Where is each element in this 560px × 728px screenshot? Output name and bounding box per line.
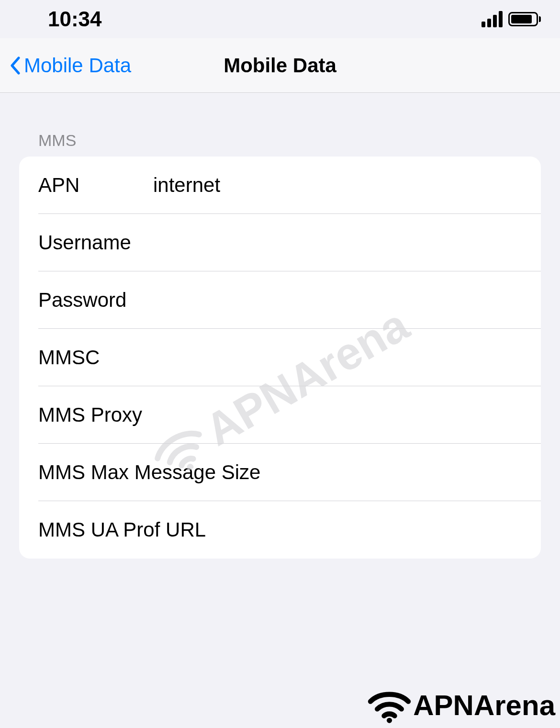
label-apn: APN bbox=[38, 174, 153, 197]
svg-point-1 bbox=[387, 718, 392, 723]
label-mms-max-size: MMS Max Message Size bbox=[38, 461, 260, 484]
back-label: Mobile Data bbox=[24, 54, 131, 77]
chevron-left-icon bbox=[10, 56, 20, 75]
footer-logo-text: APNArena bbox=[413, 689, 555, 722]
status-time: 10:34 bbox=[48, 7, 102, 31]
input-mms-proxy[interactable] bbox=[142, 403, 522, 426]
input-apn[interactable] bbox=[153, 174, 522, 197]
input-username[interactable] bbox=[153, 231, 522, 254]
row-password[interactable]: Password bbox=[19, 271, 541, 329]
row-mms-proxy[interactable]: MMS Proxy bbox=[19, 386, 541, 444]
back-button[interactable]: Mobile Data bbox=[10, 54, 131, 77]
navigation-bar: Mobile Data Mobile Data bbox=[0, 38, 560, 93]
content: MMS APN Username Password MMSC MMS Proxy… bbox=[0, 93, 560, 559]
status-indicators bbox=[482, 11, 541, 27]
label-mmsc: MMSC bbox=[38, 346, 153, 369]
input-password[interactable] bbox=[153, 289, 522, 312]
row-apn[interactable]: APN bbox=[19, 157, 541, 214]
wifi-icon bbox=[367, 687, 412, 723]
input-mms-max-size[interactable] bbox=[260, 461, 522, 484]
label-username: Username bbox=[38, 231, 153, 254]
input-mmsc[interactable] bbox=[153, 346, 522, 369]
settings-group-mms: APN Username Password MMSC MMS Proxy MMS… bbox=[19, 157, 541, 559]
row-mms-ua-prof-url[interactable]: MMS UA Prof URL bbox=[19, 501, 541, 559]
input-mms-ua-prof-url[interactable] bbox=[206, 518, 522, 541]
label-mms-proxy: MMS Proxy bbox=[38, 403, 142, 426]
battery-icon bbox=[508, 12, 541, 26]
label-password: Password bbox=[38, 289, 153, 312]
row-mmsc[interactable]: MMSC bbox=[19, 329, 541, 386]
page-title: Mobile Data bbox=[224, 54, 336, 77]
section-header-mms: MMS bbox=[0, 93, 560, 157]
row-mms-max-size[interactable]: MMS Max Message Size bbox=[19, 444, 541, 501]
label-mms-ua-prof-url: MMS UA Prof URL bbox=[38, 518, 206, 541]
status-bar: 10:34 bbox=[0, 0, 560, 38]
row-username[interactable]: Username bbox=[19, 214, 541, 271]
footer-logo: APNArena bbox=[367, 687, 555, 723]
cellular-signal-icon bbox=[482, 11, 503, 27]
